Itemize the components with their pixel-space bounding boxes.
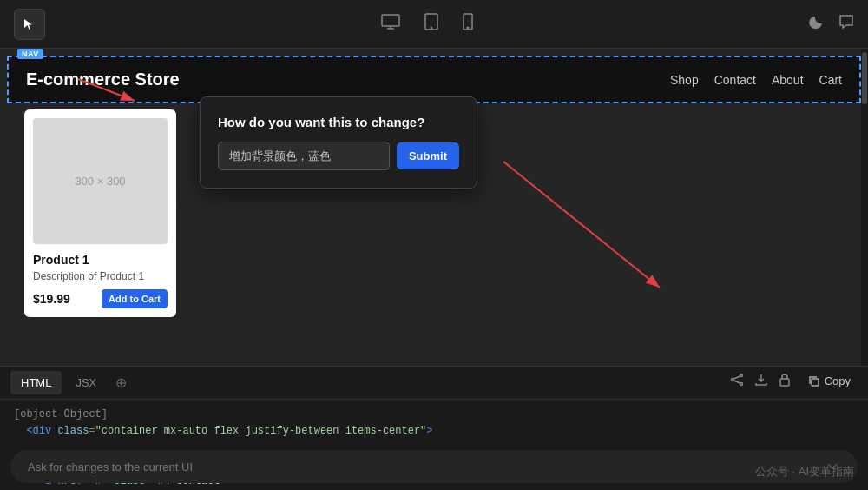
scroll-indicator[interactable]: [861, 49, 868, 366]
product-footer: $19.99 Add to Cart: [33, 289, 168, 308]
bottom-actions: Copy: [730, 372, 858, 390]
svg-point-4: [431, 27, 432, 29]
product-price: $19.99: [33, 292, 70, 306]
lock-icon[interactable]: [779, 373, 791, 390]
share-icon[interactable]: [730, 373, 744, 390]
svg-point-6: [467, 27, 469, 29]
ask-placeholder: Ask for changes to the current UI: [28, 460, 193, 473]
product-name: Product 1: [33, 253, 168, 267]
svg-line-14: [733, 376, 740, 379]
svg-point-11: [740, 374, 742, 376]
svg-point-12: [731, 378, 733, 381]
tab-html[interactable]: HTML: [10, 371, 62, 394]
nav-brand: E-commerce Store: [26, 70, 180, 89]
nav-link-about[interactable]: About: [772, 73, 804, 87]
change-dialog: How do you want this to change? Submit: [200, 96, 477, 189]
code-line-1: [object Object]: [14, 407, 854, 423]
nav-links: Shop Contact About Cart: [670, 73, 842, 87]
svg-rect-16: [780, 379, 789, 386]
svg-rect-17: [812, 379, 819, 386]
code-line-2: <div class="container mx-auto flex justi…: [14, 423, 854, 440]
toolbar: [0, 0, 868, 49]
preview-area: NAV E-commerce Store Shop Contact About …: [0, 49, 868, 366]
tablet-icon[interactable]: [421, 10, 442, 38]
toolbar-right: [809, 14, 854, 34]
toolbar-center: [378, 10, 477, 38]
svg-line-15: [733, 381, 740, 383]
dialog-title: How do you want this to change?: [218, 115, 459, 129]
download-icon[interactable]: [754, 373, 768, 390]
add-to-cart-button[interactable]: Add to Cart: [102, 289, 168, 308]
nav-badge: NAV: [17, 49, 43, 59]
nav-link-shop[interactable]: Shop: [670, 73, 699, 87]
product-card: 300 × 300 Product 1 Description of Produ…: [24, 109, 176, 317]
bottom-tabs: HTML JSX ⊕: [0, 367, 868, 400]
ask-bar[interactable]: Ask for changes to the current UI: [10, 450, 858, 483]
dialog-input-row: Submit: [218, 142, 459, 170]
toolbar-left: [14, 9, 45, 40]
dialog-submit-button[interactable]: Submit: [397, 142, 459, 169]
nav-link-contact[interactable]: Contact: [714, 73, 756, 87]
cursor-button[interactable]: [14, 9, 45, 40]
svg-line-10: [503, 162, 660, 288]
svg-rect-0: [382, 15, 399, 26]
tab-jsx[interactable]: JSX: [65, 371, 107, 394]
tab-add-button[interactable]: ⊕: [110, 371, 132, 394]
scroll-thumb: [862, 52, 867, 104]
mobile-icon[interactable]: [459, 10, 477, 38]
desktop-icon[interactable]: [378, 10, 404, 37]
nav-link-cart[interactable]: Cart: [819, 73, 842, 87]
dark-mode-icon[interactable]: [809, 14, 825, 34]
copy-label: Copy: [825, 374, 851, 387]
chat-icon[interactable]: [838, 14, 854, 34]
copy-button[interactable]: Copy: [801, 372, 858, 390]
dialog-input[interactable]: [218, 142, 390, 170]
product-description: Description of Product 1: [33, 270, 168, 282]
product-image: 300 × 300: [33, 118, 168, 244]
bottom-panel: HTML JSX ⊕: [0, 366, 868, 490]
svg-point-13: [740, 382, 742, 385]
watermark: 公众号 · AI变革指南: [755, 464, 854, 480]
